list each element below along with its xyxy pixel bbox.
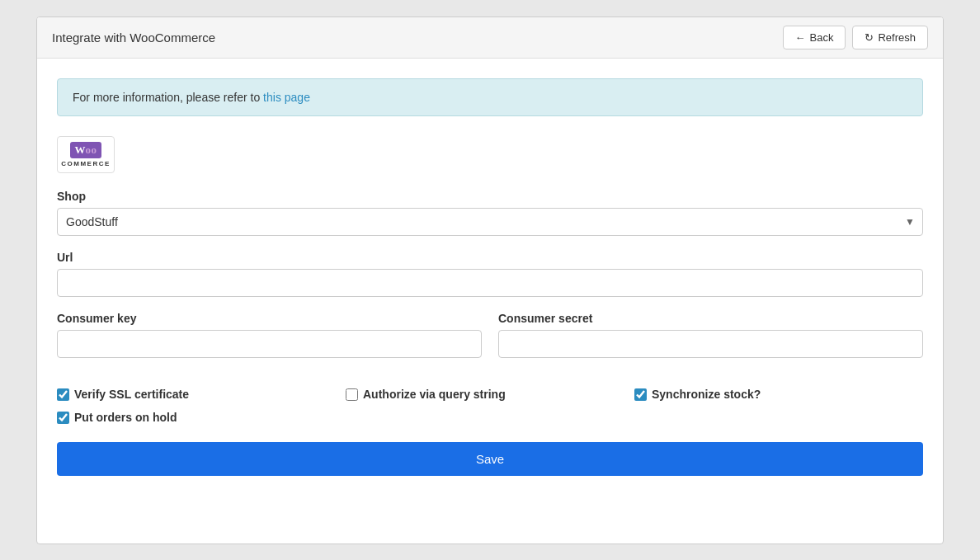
shop-select-wrapper: GoodStuff ▼ — [57, 208, 923, 236]
checkboxes-row-1: Verify SSL certificate Authorize via que… — [57, 388, 923, 401]
shop-label: Shop — [57, 190, 923, 203]
verify-ssl-checkbox[interactable] — [57, 388, 69, 401]
shop-group: Shop GoodStuff ▼ — [57, 190, 923, 236]
shop-select[interactable]: GoodStuff — [57, 208, 923, 236]
info-link[interactable]: this page — [263, 91, 310, 104]
consumer-secret-group: Consumer secret — [498, 312, 923, 358]
url-input[interactable] — [57, 269, 923, 297]
woo-logo: Woo COMMERCE — [57, 136, 923, 173]
two-col-keys: Consumer key Consumer secret — [57, 312, 923, 373]
url-label: Url — [57, 251, 923, 264]
consumer-key-input[interactable] — [57, 330, 482, 358]
authorize-query-checkbox[interactable] — [346, 388, 358, 401]
woo-badge: Woo — [70, 142, 102, 158]
page-title: Integrate with WooCommerce — [52, 31, 215, 45]
consumer-secret-label: Consumer secret — [498, 312, 923, 325]
checkboxes-row-2: Put orders on hold — [57, 411, 923, 424]
sync-stock-checkbox[interactable] — [634, 388, 647, 401]
consumer-key-group: Consumer key — [57, 312, 482, 358]
info-box: For more information, please refer to th… — [57, 78, 923, 116]
back-button[interactable]: ← Back — [783, 26, 846, 49]
consumer-secret-input[interactable] — [498, 330, 923, 358]
header: Integrate with WooCommerce ← Back ↻ Refr… — [37, 17, 943, 59]
back-arrow-icon: ← — [795, 31, 806, 44]
put-orders-checkbox[interactable] — [57, 412, 69, 424]
woo-text: COMMERCE — [61, 160, 111, 167]
header-buttons: ← Back ↻ Refresh — [783, 26, 928, 49]
authorize-query-label[interactable]: Authorize via query string — [363, 388, 506, 401]
put-orders-label[interactable]: Put orders on hold — [74, 411, 177, 424]
refresh-icon: ↻ — [865, 31, 874, 44]
url-group: Url — [57, 251, 923, 297]
woo-logo-box: Woo COMMERCE — [57, 136, 115, 173]
refresh-label: Refresh — [878, 31, 916, 44]
refresh-button[interactable]: ↻ Refresh — [852, 26, 928, 49]
main-container: Integrate with WooCommerce ← Back ↻ Refr… — [36, 16, 944, 544]
save-button[interactable]: Save — [57, 442, 923, 476]
verify-ssl-label[interactable]: Verify SSL certificate — [74, 388, 189, 401]
sync-stock-label[interactable]: Synchronize stock? — [652, 388, 761, 401]
verify-ssl-item: Verify SSL certificate — [57, 388, 346, 401]
put-orders-item: Put orders on hold — [57, 411, 923, 424]
consumer-key-label: Consumer key — [57, 312, 482, 325]
content-area: For more information, please refer to th… — [37, 59, 943, 496]
info-text: For more information, please refer to — [73, 91, 263, 104]
sync-stock-item: Synchronize stock? — [634, 388, 923, 401]
back-label: Back — [810, 31, 834, 44]
authorize-query-item: Authorize via query string — [346, 388, 634, 401]
